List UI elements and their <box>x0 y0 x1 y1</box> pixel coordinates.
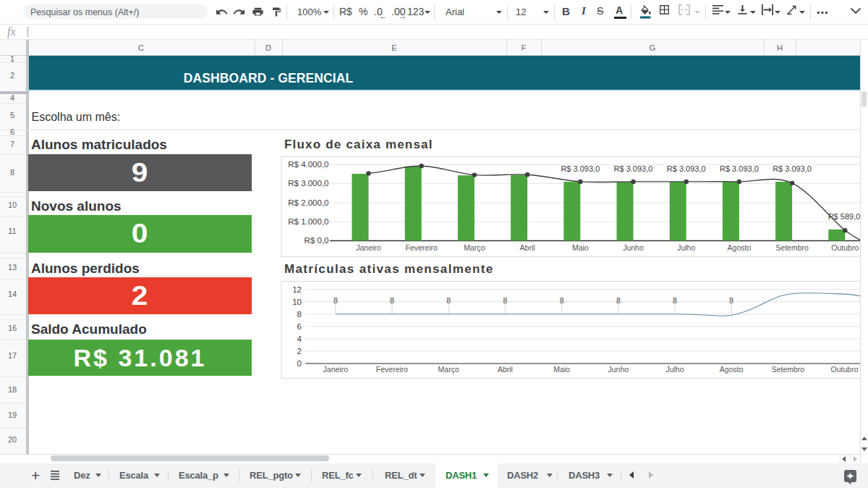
svg-text:12: 12 <box>292 285 302 294</box>
svg-text:R$ 4.000,0: R$ 4.000,0 <box>288 160 328 169</box>
svg-text:8: 8 <box>673 296 677 305</box>
svg-text:R$ 0,0: R$ 0,0 <box>305 236 329 245</box>
svg-text:Abril: Abril <box>498 365 513 374</box>
svg-text:8: 8 <box>729 296 733 305</box>
svg-text:Outubro: Outubro <box>831 365 859 374</box>
svg-text:8: 8 <box>390 296 394 305</box>
svg-text:Setembro: Setembro <box>772 365 805 374</box>
svg-text:R$ 3.000,0: R$ 3.000,0 <box>288 179 328 188</box>
svg-text:Outubro: Outubro <box>831 243 859 252</box>
svg-text:R$ 1.000,0: R$ 1.000,0 <box>288 217 328 226</box>
svg-text:8: 8 <box>503 296 507 305</box>
svg-text:Fevereiro: Fevereiro <box>376 365 409 374</box>
svg-text:Julho: Julho <box>677 243 695 252</box>
svg-text:Agosto: Agosto <box>728 243 752 252</box>
svg-text:Janeiro: Janeiro <box>356 243 381 252</box>
svg-text:6: 6 <box>297 322 302 331</box>
svg-text:R$ 589,0: R$ 589,0 <box>828 212 860 221</box>
svg-text:Fevereiro: Fevereiro <box>406 243 438 252</box>
svg-text:8: 8 <box>616 296 621 305</box>
svg-text:Março: Março <box>438 365 459 374</box>
svg-text:Janeiro: Janeiro <box>323 365 349 374</box>
svg-text:Junho: Junho <box>623 243 644 252</box>
svg-text:Maio: Maio <box>572 243 589 252</box>
svg-text:R$ 3.093,0: R$ 3.093,0 <box>561 164 600 173</box>
svg-text:R$ 3.093,0: R$ 3.093,0 <box>614 164 653 173</box>
svg-text:R$ 3.093,0: R$ 3.093,0 <box>667 164 706 173</box>
svg-text:Agosto: Agosto <box>720 365 744 374</box>
svg-text:Junho: Junho <box>608 365 629 374</box>
svg-text:Abril: Abril <box>520 243 535 252</box>
svg-text:R$ 3.093,0: R$ 3.093,0 <box>773 164 812 173</box>
svg-text:Março: Março <box>464 243 485 252</box>
svg-text:R$ 2.000,0: R$ 2.000,0 <box>288 198 328 207</box>
svg-text:8: 8 <box>560 296 564 305</box>
svg-text:4: 4 <box>297 335 302 343</box>
svg-text:Maio: Maio <box>553 365 570 374</box>
svg-text:10: 10 <box>292 298 302 306</box>
svg-text:8: 8 <box>297 310 302 319</box>
svg-text:8: 8 <box>446 296 451 305</box>
svg-text:0: 0 <box>297 359 302 368</box>
svg-text:2: 2 <box>297 347 302 356</box>
svg-text:Setembro: Setembro <box>775 243 809 252</box>
svg-text:8: 8 <box>333 296 338 305</box>
svg-text:Julho: Julho <box>665 365 684 374</box>
svg-text:R$ 3.093,0: R$ 3.093,0 <box>720 164 759 173</box>
